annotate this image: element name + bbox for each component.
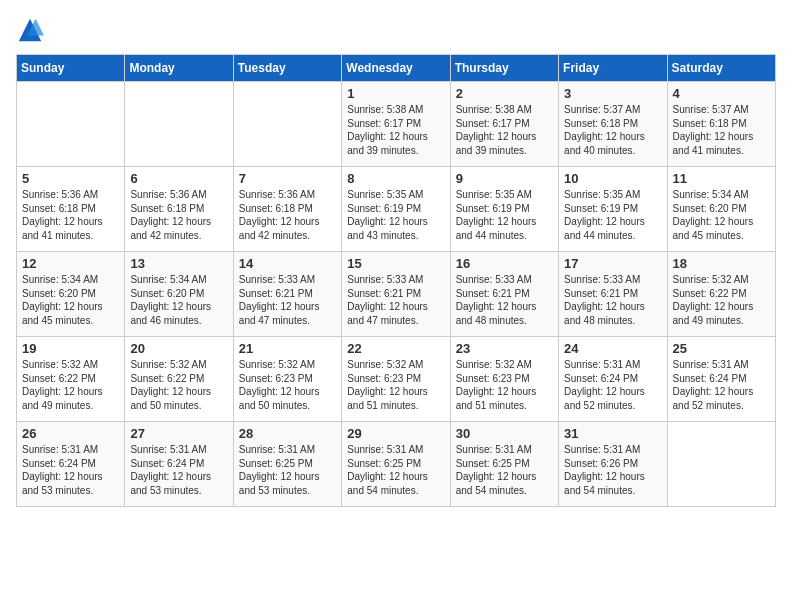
day-cell — [125, 82, 233, 167]
day-number: 30 — [456, 426, 553, 441]
day-cell: 24Sunrise: 5:31 AMSunset: 6:24 PMDayligh… — [559, 337, 667, 422]
day-cell: 14Sunrise: 5:33 AMSunset: 6:21 PMDayligh… — [233, 252, 341, 337]
day-number: 11 — [673, 171, 770, 186]
col-header-friday: Friday — [559, 55, 667, 82]
day-cell: 31Sunrise: 5:31 AMSunset: 6:26 PMDayligh… — [559, 422, 667, 507]
day-info: Sunrise: 5:32 AMSunset: 6:22 PMDaylight:… — [22, 358, 119, 412]
day-number: 5 — [22, 171, 119, 186]
day-number: 26 — [22, 426, 119, 441]
col-header-thursday: Thursday — [450, 55, 558, 82]
day-number: 4 — [673, 86, 770, 101]
col-header-tuesday: Tuesday — [233, 55, 341, 82]
day-cell: 7Sunrise: 5:36 AMSunset: 6:18 PMDaylight… — [233, 167, 341, 252]
day-info: Sunrise: 5:31 AMSunset: 6:25 PMDaylight:… — [456, 443, 553, 497]
day-cell: 18Sunrise: 5:32 AMSunset: 6:22 PMDayligh… — [667, 252, 775, 337]
day-info: Sunrise: 5:35 AMSunset: 6:19 PMDaylight:… — [347, 188, 444, 242]
day-number: 17 — [564, 256, 661, 271]
page-header — [16, 16, 776, 44]
day-cell: 11Sunrise: 5:34 AMSunset: 6:20 PMDayligh… — [667, 167, 775, 252]
day-cell — [17, 82, 125, 167]
day-number: 8 — [347, 171, 444, 186]
week-row-1: 1Sunrise: 5:38 AMSunset: 6:17 PMDaylight… — [17, 82, 776, 167]
day-cell: 13Sunrise: 5:34 AMSunset: 6:20 PMDayligh… — [125, 252, 233, 337]
day-number: 10 — [564, 171, 661, 186]
day-cell: 29Sunrise: 5:31 AMSunset: 6:25 PMDayligh… — [342, 422, 450, 507]
day-cell: 17Sunrise: 5:33 AMSunset: 6:21 PMDayligh… — [559, 252, 667, 337]
day-info: Sunrise: 5:31 AMSunset: 6:24 PMDaylight:… — [22, 443, 119, 497]
day-info: Sunrise: 5:31 AMSunset: 6:25 PMDaylight:… — [239, 443, 336, 497]
day-number: 28 — [239, 426, 336, 441]
col-header-saturday: Saturday — [667, 55, 775, 82]
day-number: 23 — [456, 341, 553, 356]
day-info: Sunrise: 5:38 AMSunset: 6:17 PMDaylight:… — [347, 103, 444, 157]
day-info: Sunrise: 5:36 AMSunset: 6:18 PMDaylight:… — [239, 188, 336, 242]
week-row-3: 12Sunrise: 5:34 AMSunset: 6:20 PMDayligh… — [17, 252, 776, 337]
day-info: Sunrise: 5:32 AMSunset: 6:22 PMDaylight:… — [673, 273, 770, 327]
day-cell: 5Sunrise: 5:36 AMSunset: 6:18 PMDaylight… — [17, 167, 125, 252]
day-cell: 8Sunrise: 5:35 AMSunset: 6:19 PMDaylight… — [342, 167, 450, 252]
day-number: 13 — [130, 256, 227, 271]
day-cell: 15Sunrise: 5:33 AMSunset: 6:21 PMDayligh… — [342, 252, 450, 337]
day-cell: 27Sunrise: 5:31 AMSunset: 6:24 PMDayligh… — [125, 422, 233, 507]
day-info: Sunrise: 5:34 AMSunset: 6:20 PMDaylight:… — [673, 188, 770, 242]
day-cell: 23Sunrise: 5:32 AMSunset: 6:23 PMDayligh… — [450, 337, 558, 422]
day-info: Sunrise: 5:37 AMSunset: 6:18 PMDaylight:… — [564, 103, 661, 157]
logo-icon — [16, 16, 44, 44]
day-number: 3 — [564, 86, 661, 101]
day-cell: 21Sunrise: 5:32 AMSunset: 6:23 PMDayligh… — [233, 337, 341, 422]
day-info: Sunrise: 5:33 AMSunset: 6:21 PMDaylight:… — [239, 273, 336, 327]
day-cell — [667, 422, 775, 507]
col-header-wednesday: Wednesday — [342, 55, 450, 82]
calendar-table: SundayMondayTuesdayWednesdayThursdayFrid… — [16, 54, 776, 507]
day-cell: 20Sunrise: 5:32 AMSunset: 6:22 PMDayligh… — [125, 337, 233, 422]
header-row: SundayMondayTuesdayWednesdayThursdayFrid… — [17, 55, 776, 82]
day-number: 16 — [456, 256, 553, 271]
day-number: 19 — [22, 341, 119, 356]
day-info: Sunrise: 5:31 AMSunset: 6:26 PMDaylight:… — [564, 443, 661, 497]
day-number: 21 — [239, 341, 336, 356]
day-info: Sunrise: 5:32 AMSunset: 6:23 PMDaylight:… — [347, 358, 444, 412]
day-info: Sunrise: 5:31 AMSunset: 6:24 PMDaylight:… — [130, 443, 227, 497]
week-row-4: 19Sunrise: 5:32 AMSunset: 6:22 PMDayligh… — [17, 337, 776, 422]
day-cell: 10Sunrise: 5:35 AMSunset: 6:19 PMDayligh… — [559, 167, 667, 252]
day-info: Sunrise: 5:31 AMSunset: 6:24 PMDaylight:… — [673, 358, 770, 412]
day-number: 24 — [564, 341, 661, 356]
day-info: Sunrise: 5:32 AMSunset: 6:22 PMDaylight:… — [130, 358, 227, 412]
day-cell: 26Sunrise: 5:31 AMSunset: 6:24 PMDayligh… — [17, 422, 125, 507]
day-info: Sunrise: 5:32 AMSunset: 6:23 PMDaylight:… — [456, 358, 553, 412]
day-number: 18 — [673, 256, 770, 271]
day-number: 14 — [239, 256, 336, 271]
day-cell: 12Sunrise: 5:34 AMSunset: 6:20 PMDayligh… — [17, 252, 125, 337]
day-cell: 25Sunrise: 5:31 AMSunset: 6:24 PMDayligh… — [667, 337, 775, 422]
day-cell: 6Sunrise: 5:36 AMSunset: 6:18 PMDaylight… — [125, 167, 233, 252]
day-info: Sunrise: 5:33 AMSunset: 6:21 PMDaylight:… — [564, 273, 661, 327]
day-info: Sunrise: 5:37 AMSunset: 6:18 PMDaylight:… — [673, 103, 770, 157]
logo — [16, 16, 48, 44]
day-info: Sunrise: 5:31 AMSunset: 6:24 PMDaylight:… — [564, 358, 661, 412]
day-number: 7 — [239, 171, 336, 186]
day-number: 29 — [347, 426, 444, 441]
day-cell: 19Sunrise: 5:32 AMSunset: 6:22 PMDayligh… — [17, 337, 125, 422]
day-cell: 2Sunrise: 5:38 AMSunset: 6:17 PMDaylight… — [450, 82, 558, 167]
day-cell: 28Sunrise: 5:31 AMSunset: 6:25 PMDayligh… — [233, 422, 341, 507]
day-info: Sunrise: 5:36 AMSunset: 6:18 PMDaylight:… — [130, 188, 227, 242]
day-cell — [233, 82, 341, 167]
day-number: 25 — [673, 341, 770, 356]
day-number: 31 — [564, 426, 661, 441]
col-header-sunday: Sunday — [17, 55, 125, 82]
day-cell: 22Sunrise: 5:32 AMSunset: 6:23 PMDayligh… — [342, 337, 450, 422]
day-number: 15 — [347, 256, 444, 271]
day-info: Sunrise: 5:34 AMSunset: 6:20 PMDaylight:… — [22, 273, 119, 327]
day-number: 27 — [130, 426, 227, 441]
week-row-2: 5Sunrise: 5:36 AMSunset: 6:18 PMDaylight… — [17, 167, 776, 252]
day-number: 9 — [456, 171, 553, 186]
day-cell: 4Sunrise: 5:37 AMSunset: 6:18 PMDaylight… — [667, 82, 775, 167]
day-info: Sunrise: 5:33 AMSunset: 6:21 PMDaylight:… — [456, 273, 553, 327]
day-cell: 16Sunrise: 5:33 AMSunset: 6:21 PMDayligh… — [450, 252, 558, 337]
day-info: Sunrise: 5:38 AMSunset: 6:17 PMDaylight:… — [456, 103, 553, 157]
col-header-monday: Monday — [125, 55, 233, 82]
day-number: 12 — [22, 256, 119, 271]
day-number: 2 — [456, 86, 553, 101]
day-info: Sunrise: 5:35 AMSunset: 6:19 PMDaylight:… — [456, 188, 553, 242]
day-number: 22 — [347, 341, 444, 356]
